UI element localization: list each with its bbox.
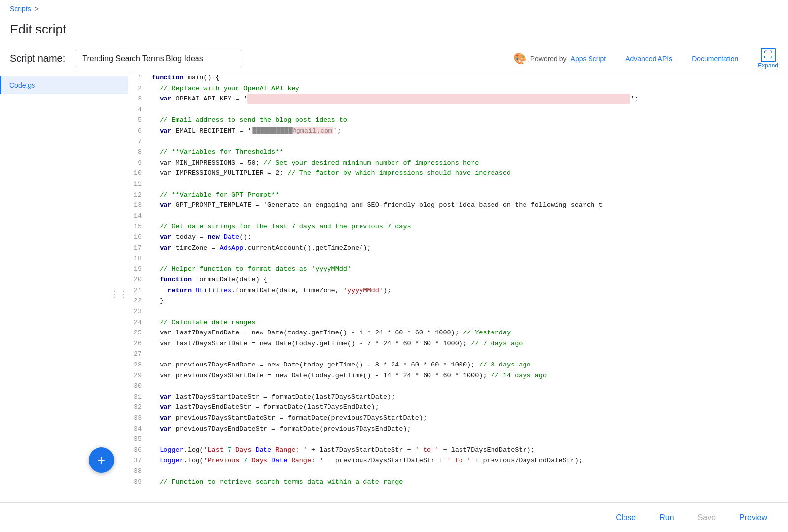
- line-number: 24: [128, 317, 148, 328]
- table-row: 16 var today = new Date();: [128, 232, 788, 243]
- save-button[interactable]: Save: [692, 509, 722, 526]
- table-row: 30: [128, 381, 788, 392]
- line-number: 16: [128, 232, 148, 243]
- table-row: 4: [128, 104, 788, 115]
- line-code: var timeZone = AdsApp.currentAccount().g…: [148, 243, 788, 254]
- bottom-bar: Close Run Save Preview: [0, 502, 788, 532]
- line-code: [148, 253, 788, 264]
- line-number: 32: [128, 402, 148, 413]
- table-row: 31 var last7DaysStartDateStr = formatDat…: [128, 392, 788, 402]
- table-row: 21 return Utilities.formatDate(date, tim…: [128, 285, 788, 296]
- line-number: 15: [128, 221, 148, 232]
- line-code: Logger.log('Last 7 Days Date Range: ' + …: [148, 445, 788, 456]
- table-row: 34 var previous7DaysEndDateStr = formatD…: [128, 424, 788, 434]
- line-number: 14: [128, 211, 148, 222]
- line-code: // Replace with your OpenAI API key: [148, 83, 788, 94]
- sidebar-item-code-gs[interactable]: Code.gs: [0, 76, 128, 94]
- line-number: 39: [128, 477, 148, 488]
- table-row: 2 // Replace with your OpenAI API key: [128, 83, 788, 94]
- line-number: 25: [128, 328, 148, 338]
- line-number: 21: [128, 285, 148, 296]
- line-code: // Get date strings for the last 7 days …: [148, 221, 788, 232]
- table-row: 7: [128, 136, 788, 147]
- apps-script-link[interactable]: Apps Script: [571, 55, 606, 63]
- scripts-breadcrumb-link[interactable]: Scripts: [10, 5, 31, 13]
- line-number: 27: [128, 349, 148, 360]
- line-number: 30: [128, 381, 148, 392]
- table-row: 1function main() {: [128, 72, 788, 83]
- line-number: 6: [128, 126, 148, 136]
- preview-button[interactable]: Preview: [733, 509, 773, 526]
- table-row: 24 // Calculate date ranges: [128, 317, 788, 328]
- line-code: [148, 211, 788, 222]
- line-code: [148, 179, 788, 190]
- line-code: return Utilities.formatDate(date, timeZo…: [148, 285, 788, 296]
- line-number: 9: [128, 158, 148, 168]
- line-code: var MIN_IMPRESSIONS = 50; // Set your de…: [148, 158, 788, 168]
- script-name-input[interactable]: [75, 50, 242, 67]
- line-code: var previous7DaysStartDateStr = formatDa…: [148, 413, 788, 424]
- line-code: var GPT_PROMPT_TEMPLATE = 'Generate an e…: [148, 200, 788, 211]
- table-row: 19 // Helper function to format dates as…: [128, 264, 788, 275]
- line-number: 26: [128, 338, 148, 349]
- line-code: var last7DaysStartDateStr = formatDate(l…: [148, 392, 788, 402]
- line-code: var last7DaysStartDate = new Date(today.…: [148, 338, 788, 349]
- expand-button[interactable]: ⛶ Expand: [758, 48, 778, 69]
- table-row: 36 Logger.log('Last 7 Days Date Range: '…: [128, 445, 788, 456]
- sidebar-item-label: Code.gs: [9, 81, 35, 89]
- line-code: var OPENAI_API_KEY = '██████████████████…: [148, 94, 788, 104]
- expand-label: Expand: [758, 62, 778, 69]
- line-code: var previous7DaysEndDateStr = formatDate…: [148, 424, 788, 434]
- table-row: 39 // Function to retrieve search terms …: [128, 477, 788, 488]
- apps-script-logo-icon: 🎨: [513, 52, 526, 65]
- table-row: 35: [128, 434, 788, 445]
- line-code: [148, 104, 788, 115]
- code-editor[interactable]: 1function main() {2 // Replace with your…: [128, 72, 788, 516]
- line-number: 7: [128, 136, 148, 147]
- line-code: // **Variables for Thresholds**: [148, 147, 788, 158]
- table-row: 12 // **Variable for GPT Prompt**: [128, 190, 788, 200]
- add-fab-button[interactable]: +: [89, 447, 114, 473]
- table-row: 25 var last7DaysEndDate = new Date(today…: [128, 328, 788, 338]
- line-number: 5: [128, 115, 148, 126]
- resize-handle-icon[interactable]: ⋮⋮: [110, 289, 128, 299]
- main-area: Code.gs ⋮⋮ 1function main() {2 // Replac…: [0, 72, 788, 516]
- page-title: Edit script: [10, 22, 778, 37]
- table-row: 22 }: [128, 296, 788, 306]
- line-code: [148, 349, 788, 360]
- line-code: var last7DaysEndDate = new Date(today.ge…: [148, 328, 788, 338]
- table-row: 29 var previous7DaysStartDate = new Date…: [128, 370, 788, 381]
- line-code: // **Variable for GPT Prompt**: [148, 190, 788, 200]
- line-number: 37: [128, 455, 148, 466]
- line-code: var previous7DaysStartDate = new Date(to…: [148, 370, 788, 381]
- table-row: 3 var OPENAI_API_KEY = '████████████████…: [128, 94, 788, 104]
- table-row: 11: [128, 179, 788, 190]
- line-code: // Function to retrieve search terms dat…: [148, 477, 788, 488]
- header-bar: Script name: 🎨 Powered by Apps Script Ad…: [0, 45, 788, 72]
- line-code: var IMPRESSIONS_MULTIPLIER = 2; // The f…: [148, 168, 788, 179]
- table-row: 38: [128, 466, 788, 477]
- line-code: [148, 381, 788, 392]
- documentation-link[interactable]: Documentation: [692, 55, 738, 63]
- line-code: function main() {: [148, 72, 788, 83]
- close-button[interactable]: Close: [610, 509, 642, 526]
- line-number: 28: [128, 360, 148, 370]
- line-number: 38: [128, 466, 148, 477]
- line-number: 35: [128, 434, 148, 445]
- powered-by-text: Powered by: [530, 55, 567, 63]
- run-button[interactable]: Run: [654, 509, 680, 526]
- line-number: 19: [128, 264, 148, 275]
- line-number: 4: [128, 104, 148, 115]
- line-code: // Email address to send the blog post i…: [148, 115, 788, 126]
- table-row: 26 var last7DaysStartDate = new Date(tod…: [128, 338, 788, 349]
- table-row: 37 Logger.log('Previous 7 Days Date Rang…: [128, 455, 788, 466]
- line-number: 10: [128, 168, 148, 179]
- advanced-apis-link[interactable]: Advanced APIs: [625, 55, 672, 63]
- table-row: 5 // Email address to send the blog post…: [128, 115, 788, 126]
- line-code: [148, 306, 788, 317]
- line-number: 23: [128, 306, 148, 317]
- line-code: [148, 466, 788, 477]
- line-number: 22: [128, 296, 148, 306]
- line-number: 13: [128, 200, 148, 211]
- line-number: 34: [128, 424, 148, 434]
